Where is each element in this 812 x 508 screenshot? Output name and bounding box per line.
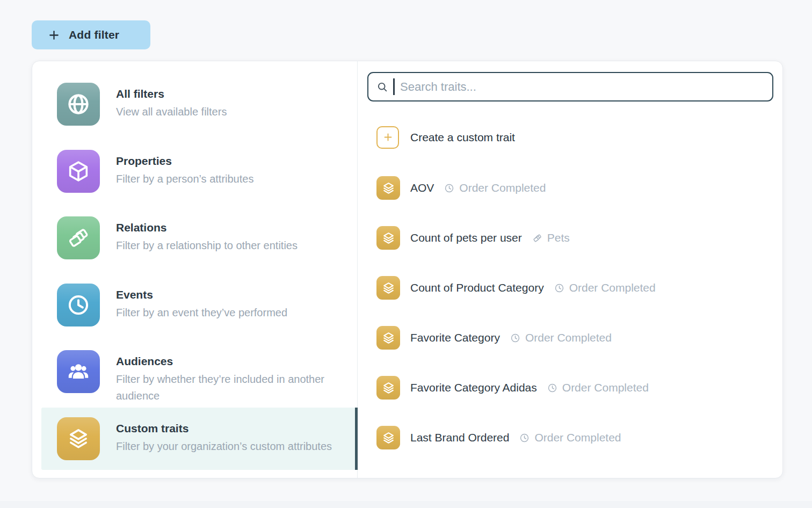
filter-category-list: All filters View all available filters P…: [32, 61, 358, 478]
trait-item-count-of-product-category[interactable]: Count of Product Category Order Complete…: [376, 276, 773, 300]
sidebar-item-description: Filter by a person’s attributes: [116, 171, 253, 187]
sidebar-item-text: Relations Filter by a relationship to ot…: [116, 216, 298, 259]
sidebar-item-events[interactable]: Events Filter by an event they’ve perfor…: [57, 284, 357, 326]
layers-icon: [376, 176, 400, 200]
clock-icon: [519, 433, 530, 443]
trait-source-label: Order Completed: [525, 331, 612, 344]
trait-source-label: Order Completed: [534, 431, 621, 444]
text-caret: [393, 78, 395, 95]
layers-icon: [376, 226, 400, 250]
plus-icon: [48, 29, 60, 41]
sidebar-item-all-filters[interactable]: All filters View all available filters: [57, 83, 357, 126]
sidebar-item-relations[interactable]: Relations Filter by a relationship to ot…: [57, 216, 357, 259]
sidebar-item-audiences[interactable]: Audiences Filter by whether they’re incl…: [57, 350, 357, 393]
sidebar-item-description: Filter by whether they’re included in an…: [116, 371, 347, 404]
trait-source-label: Pets: [547, 231, 570, 244]
trait-item-last-brand-ordered[interactable]: Last Brand Ordered Order Completed: [376, 426, 773, 449]
trait-name: Last Brand Ordered: [410, 431, 509, 444]
sidebar-item-title: All filters: [116, 86, 227, 102]
trait-source: Order Completed: [510, 331, 612, 344]
sidebar-item-description: Filter by a relationship to other entiti…: [116, 237, 298, 254]
sidebar-item-description: Filter by an event they’ve performed: [116, 304, 287, 321]
stacked-cards-icon: [57, 216, 100, 259]
trait-name: Count of pets per user: [410, 231, 522, 244]
trait-source: Order Completed: [444, 182, 546, 194]
search-box[interactable]: [367, 72, 773, 101]
trait-source: Pets: [532, 231, 570, 244]
clock-icon: [57, 284, 100, 326]
search-input[interactable]: [400, 73, 764, 100]
sidebar-item-text: Audiences Filter by whether they’re incl…: [116, 350, 347, 393]
trait-source-label: Order Completed: [562, 381, 649, 394]
clock-icon: [510, 333, 520, 343]
trait-name: Count of Product Category: [410, 281, 544, 294]
layers-icon: [376, 426, 400, 449]
trait-name: Favorite Category Adidas: [410, 381, 537, 394]
trait-source: Order Completed: [554, 281, 656, 294]
trait-item-count-of-pets-per-user[interactable]: Count of pets per user Pets: [376, 226, 773, 250]
sidebar-item-description: Filter by your organization’s custom att…: [116, 438, 332, 455]
filter-picker-page: { "theme": { "page_bg": "#f7f8fa", "pane…: [0, 0, 812, 508]
trait-source-label: Order Completed: [459, 182, 546, 194]
sidebar-item-text: Properties Filter by a person’s attribut…: [116, 150, 253, 193]
sidebar-item-text: Events Filter by an event they’ve perfor…: [116, 284, 287, 326]
layers-icon: [376, 376, 400, 400]
sidebar-item-title: Audiences: [116, 353, 347, 369]
cube-icon: [57, 150, 100, 193]
trait-item-favorite-category[interactable]: Favorite Category Order Completed: [376, 326, 773, 350]
stacked-cards-icon: [532, 233, 542, 243]
search-icon: [376, 81, 388, 93]
layers-icon: [376, 326, 400, 350]
add-filter-label: Add filter: [69, 28, 119, 41]
sidebar-item-custom-traits[interactable]: Custom traits Filter by your organizatio…: [57, 417, 357, 460]
traits-list-panel: Create a custom trait AOV Order Complete…: [358, 61, 782, 478]
create-custom-trait-label: Create a custom trait: [410, 131, 515, 144]
trait-item-favorite-category-adidas[interactable]: Favorite Category Adidas Order Completed: [376, 376, 773, 400]
trait-source: Order Completed: [547, 381, 649, 394]
clock-icon: [554, 283, 564, 293]
trait-item-aov[interactable]: AOV Order Completed: [376, 176, 773, 200]
sidebar-item-title: Custom traits: [116, 420, 332, 437]
layers-icon: [57, 417, 100, 460]
trait-source-label: Order Completed: [569, 281, 656, 294]
sidebar-item-title: Properties: [116, 153, 253, 169]
sidebar-item-description: View all available filters: [116, 104, 227, 120]
page-bottom-strip: [0, 501, 812, 508]
trait-source: Order Completed: [519, 431, 621, 444]
clock-icon: [547, 383, 557, 393]
layers-icon: [376, 276, 400, 300]
clock-icon: [444, 183, 454, 193]
trait-name: AOV: [410, 182, 434, 194]
sidebar-item-title: Events: [116, 287, 287, 303]
sidebar-item-text: All filters View all available filters: [116, 83, 227, 126]
filter-picker-panel: All filters View all available filters P…: [32, 61, 783, 478]
sidebar-item-properties[interactable]: Properties Filter by a person’s attribut…: [57, 150, 357, 193]
people-icon: [57, 350, 100, 393]
add-filter-button[interactable]: Add filter: [32, 20, 150, 49]
create-custom-trait-button[interactable]: Create a custom trait: [376, 126, 773, 149]
sidebar-item-title: Relations: [116, 220, 298, 236]
plus-icon: [376, 126, 399, 149]
trait-name: Favorite Category: [410, 331, 500, 344]
globe-icon: [57, 83, 100, 126]
sidebar-item-text: Custom traits Filter by your organizatio…: [116, 417, 332, 460]
